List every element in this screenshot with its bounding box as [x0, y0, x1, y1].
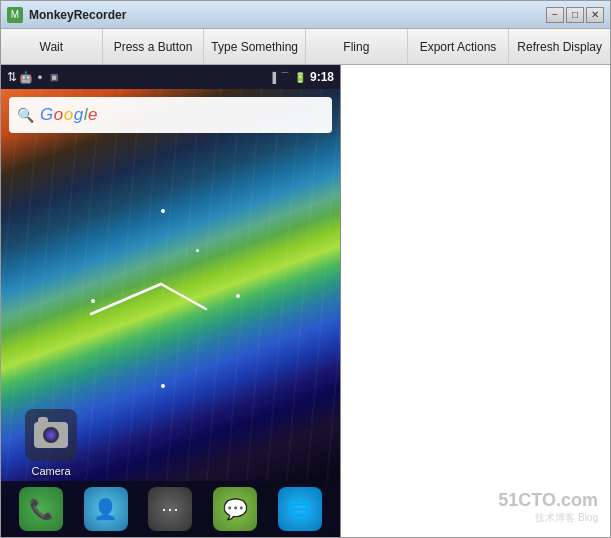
android-icon: 🤖 — [21, 71, 31, 83]
dock-sms-icon[interactable]: 💬 — [213, 487, 257, 531]
minimize-button[interactable]: − — [546, 7, 564, 23]
battery-right-icon: 🔋 — [294, 72, 306, 83]
bottom-dock: 📞 👤 ⋯ 💬 🌐 — [1, 481, 340, 537]
phone-icon: 📞 — [29, 497, 54, 521]
title-bar: M MonkeyRecorder − □ ✕ — [1, 1, 610, 29]
right-panel: 51CTO.com 技术博客 Blog — [341, 65, 610, 537]
camera-app[interactable]: Camera — [25, 409, 77, 477]
watermark-main: 51CTO.com — [498, 490, 598, 511]
dot-5 — [196, 249, 199, 252]
status-time: ▐ ⌒ 🔋 9:18 — [269, 70, 334, 84]
camera-icon-bg — [25, 409, 77, 461]
refresh-display-button[interactable]: Refresh Display — [509, 29, 610, 64]
sms-icon: 💬 — [223, 497, 248, 521]
dot-4 — [161, 384, 165, 388]
phone-container: ⇅ 🤖 ● ▣ ▐ ⌒ 🔋 9:18 — [1, 65, 341, 537]
main-window: M MonkeyRecorder − □ ✕ Wait Press a Butt… — [0, 0, 611, 538]
google-logo: Google — [40, 105, 98, 125]
apps-grid-icon: ⋯ — [161, 498, 179, 520]
watermark-sub: 技术博客 Blog — [498, 511, 598, 525]
dot-3 — [236, 294, 240, 298]
globe-icon: 🌐 — [287, 497, 312, 521]
wait-button[interactable]: Wait — [1, 29, 103, 64]
svg-line-0 — [91, 284, 161, 314]
maximize-button[interactable]: □ — [566, 7, 584, 23]
camera-label: Camera — [31, 465, 70, 477]
camera-lens — [43, 427, 59, 443]
phone-screen[interactable]: 🔍 Google Camera — [1, 89, 340, 537]
dock-phone-icon[interactable]: 📞 — [19, 487, 63, 531]
export-actions-button[interactable]: Export Actions — [408, 29, 510, 64]
dock-browser-icon[interactable]: 🌐 — [278, 487, 322, 531]
status-icons-left: ⇅ 🤖 ● ▣ — [7, 71, 59, 83]
camera-bump — [38, 417, 48, 423]
signal-icon: ● — [35, 71, 45, 83]
svg-line-1 — [161, 284, 206, 309]
watermark: 51CTO.com 技术博客 Blog — [498, 490, 598, 525]
search-icon: 🔍 — [17, 107, 34, 123]
window-title: MonkeyRecorder — [29, 8, 546, 22]
time-display: 9:18 — [310, 70, 334, 84]
toolbar: Wait Press a Button Type Something Fling… — [1, 29, 610, 65]
dock-apps-icon[interactable]: ⋯ — [148, 487, 192, 531]
app-icon: M — [7, 7, 23, 23]
contacts-icon: 👤 — [93, 497, 118, 521]
dock-contacts-icon[interactable]: 👤 — [84, 487, 128, 531]
clock-hands — [61, 274, 221, 334]
usb-icon: ⇅ — [7, 71, 17, 83]
close-button[interactable]: ✕ — [586, 7, 604, 23]
wifi-icon: ⌒ — [280, 70, 290, 84]
type-something-button[interactable]: Type Something — [204, 29, 306, 64]
dot-1 — [161, 209, 165, 213]
camera-body — [34, 422, 68, 448]
status-bar: ⇅ 🤖 ● ▣ ▐ ⌒ 🔋 9:18 — [1, 65, 340, 89]
search-bar[interactable]: 🔍 Google — [9, 97, 332, 133]
battery-icon: ▣ — [49, 71, 59, 83]
window-controls: − □ ✕ — [546, 7, 604, 23]
press-button-button[interactable]: Press a Button — [103, 29, 205, 64]
fling-button[interactable]: Fling — [306, 29, 408, 64]
signal-bars-icon: ▐ — [269, 72, 276, 83]
main-content: ⇅ 🤖 ● ▣ ▐ ⌒ 🔋 9:18 — [1, 65, 610, 537]
